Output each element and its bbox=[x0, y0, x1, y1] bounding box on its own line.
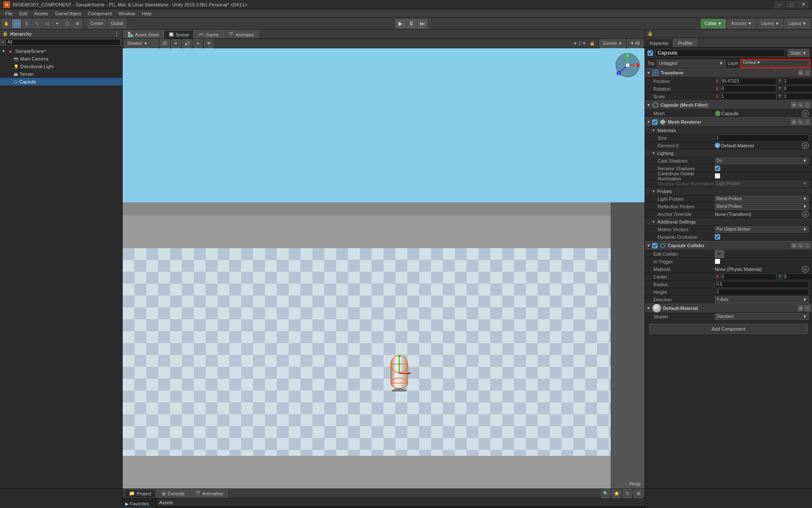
position-x-input[interactable] bbox=[720, 78, 776, 85]
tool-rotate[interactable]: ↻ bbox=[22, 19, 31, 28]
grid-view-button[interactable]: ⊞ bbox=[634, 489, 643, 498]
meshfilter-settings-button[interactable]: ⚙ bbox=[791, 102, 797, 108]
radius-input[interactable] bbox=[715, 281, 809, 288]
materials-size-input[interactable] bbox=[715, 135, 809, 141]
tab-animator[interactable]: 🎬 Animator bbox=[223, 30, 259, 39]
mesh-renderer-enabled-checkbox[interactable] bbox=[652, 119, 658, 125]
hierarchy-lock-icon[interactable]: 🔒 bbox=[3, 31, 8, 36]
scale-x-input[interactable] bbox=[720, 93, 776, 100]
close-button[interactable]: ✕ bbox=[798, 1, 809, 8]
collider-expand-button[interactable]: ⤡ bbox=[798, 243, 804, 248]
object-name-input[interactable] bbox=[656, 49, 785, 57]
hierarchy-item-capsule[interactable]: ⬡ Capsule bbox=[0, 78, 122, 86]
tab-scene[interactable]: 🔲 Scene bbox=[164, 30, 194, 39]
maximize-button[interactable]: □ bbox=[786, 1, 797, 8]
collider-settings-button[interactable]: ⚙ bbox=[791, 243, 797, 248]
collider-menu-button[interactable]: ⋮ bbox=[804, 243, 810, 248]
hierarchy-item-maincamera[interactable]: 📷 Main Camera bbox=[0, 55, 122, 63]
anchor-target-icon[interactable]: ◎ bbox=[802, 211, 809, 218]
tool-multi[interactable]: ✦ bbox=[52, 19, 62, 28]
scene-capsule-object[interactable] bbox=[387, 353, 412, 392]
edit-collider-button[interactable]: ✏ bbox=[715, 250, 724, 258]
hierarchy-item-directionallight[interactable]: 💡 Directional Light bbox=[0, 63, 122, 70]
cast-shadows-dropdown[interactable]: On ▼ bbox=[715, 157, 809, 164]
materials-section[interactable]: ▼ Materials bbox=[645, 127, 812, 134]
mesh-renderer-header[interactable]: ▼ Mesh Renderer ⚙ ⤡ ⋮ bbox=[645, 117, 812, 127]
scene-hidden-button[interactable]: 👁 bbox=[204, 39, 214, 48]
tab-project[interactable]: 📁 Project bbox=[124, 489, 156, 498]
collab-button[interactable]: Collab ▼ bbox=[701, 19, 726, 28]
menu-file[interactable]: File bbox=[2, 10, 16, 17]
shader-dropdown[interactable]: Standard ▼ bbox=[715, 313, 809, 320]
motion-vectors-dropdown[interactable]: Per Object Motion ▼ bbox=[715, 226, 809, 233]
meshrenderer-menu-button[interactable]: ⋮ bbox=[804, 119, 810, 125]
menu-component[interactable]: Component bbox=[84, 10, 115, 17]
view-all-dropdown[interactable]: ▼ All bbox=[627, 39, 643, 48]
hierarchy-item-terrain[interactable]: 🏔 Terrain bbox=[0, 70, 122, 78]
tool-scale[interactable]: ⤡ bbox=[32, 19, 41, 28]
hierarchy-search-input[interactable] bbox=[5, 39, 121, 46]
tool-extra[interactable]: ⊞ bbox=[73, 19, 82, 28]
rotation-x-input[interactable] bbox=[720, 86, 776, 92]
menu-window[interactable]: Window bbox=[115, 10, 138, 17]
tab-animation[interactable]: 🎬 Animation bbox=[190, 489, 228, 498]
object-active-checkbox[interactable] bbox=[647, 50, 653, 56]
coord-toggle[interactable]: Global bbox=[108, 19, 126, 28]
transform-settings-button[interactable]: ⚙ bbox=[798, 70, 804, 76]
layers-button[interactable]: Layers ▼ bbox=[757, 19, 783, 28]
scene-canvas[interactable]: X Y Z Persp bbox=[123, 48, 645, 489]
rotation-y-input[interactable] bbox=[783, 86, 812, 92]
hierarchy-item-samplescene[interactable]: ▼ 🔺 SampleScene* bbox=[0, 47, 122, 55]
material-menu-button[interactable]: ⋮ bbox=[804, 305, 810, 311]
pivot-toggle[interactable]: Center bbox=[88, 19, 106, 28]
mesh-filter-header[interactable]: ▼ Capsule (Mesh Filter) ⚙ ⤡ ⋮ bbox=[645, 100, 812, 110]
layout-button[interactable]: Layout ▼ bbox=[785, 19, 810, 28]
light-probes-dropdown[interactable]: Blend Probes ▼ bbox=[715, 196, 809, 202]
capsule-collider-header[interactable]: ▼ Capsule Collider ⚙ ⤡ ⋮ bbox=[645, 241, 812, 250]
contribute-gi-checkbox[interactable] bbox=[715, 173, 720, 179]
height-input[interactable] bbox=[715, 289, 809, 295]
is-trigger-checkbox[interactable] bbox=[715, 259, 720, 264]
favorite-button[interactable]: ⭐ bbox=[612, 489, 621, 498]
inspector-lock-icon[interactable]: 🔒 bbox=[647, 31, 653, 36]
reflection-probes-dropdown[interactable]: Blend Probes ▼ bbox=[715, 203, 809, 210]
default-material-header[interactable]: ▼ Default-Material ⚙ ⋮ bbox=[645, 304, 812, 313]
transform-menu-button[interactable]: ⋮ bbox=[804, 70, 810, 76]
scene-audio-button[interactable]: 🔊 bbox=[182, 39, 192, 48]
shading-dropdown[interactable]: Shaded▼ bbox=[124, 39, 158, 48]
hierarchy-menu-icon[interactable]: ⋮ bbox=[114, 30, 120, 37]
lighting-section[interactable]: ▼ Lighting bbox=[645, 149, 812, 157]
tab-game[interactable]: 🎮 Game bbox=[194, 30, 223, 39]
menu-help[interactable]: Help bbox=[138, 10, 155, 17]
scene-effects-button[interactable]: ✦ bbox=[193, 39, 203, 48]
receive-shadows-checkbox[interactable] bbox=[715, 166, 720, 171]
transform-component-header[interactable]: ▼ Transform ⚙ ⋮ bbox=[645, 68, 812, 77]
center-x-input[interactable] bbox=[720, 273, 776, 280]
hierarchy-add-icon[interactable]: + bbox=[2, 40, 4, 44]
menu-gameobject[interactable]: GameObject bbox=[52, 10, 85, 17]
tool-custom[interactable]: ⬡ bbox=[63, 19, 72, 28]
gizmos-dropdown[interactable]: Gizmos ▼ bbox=[600, 39, 625, 48]
receive-gi-dropdown[interactable]: Light Probes ▼ bbox=[715, 180, 809, 187]
refresh-button[interactable]: ↻ bbox=[623, 489, 632, 498]
scene-2d-button[interactable]: 2D bbox=[160, 39, 170, 48]
scale-y-input[interactable] bbox=[783, 93, 812, 100]
dynamic-occlusion-checkbox[interactable] bbox=[715, 234, 720, 240]
add-component-button[interactable]: Add Component bbox=[649, 324, 808, 334]
probes-section[interactable]: ▼ Probes bbox=[645, 188, 812, 195]
element0-target-icon[interactable]: ◎ bbox=[802, 142, 809, 149]
material-settings-button[interactable]: ⚙ bbox=[798, 305, 804, 311]
meshfilter-menu-button[interactable]: ⋮ bbox=[804, 102, 810, 108]
sidebar-favorites[interactable]: ▶ Favorites bbox=[123, 500, 155, 508]
tab-console[interactable]: 🖥 Console bbox=[156, 489, 189, 498]
minimize-button[interactable]: ─ bbox=[774, 1, 785, 8]
scene-axis-gizmo[interactable]: X Y Z bbox=[615, 52, 640, 78]
tab-inspector[interactable]: Inspector bbox=[645, 39, 673, 47]
tool-move[interactable]: ↔ bbox=[12, 19, 21, 28]
account-button[interactable]: Account ▼ bbox=[727, 19, 756, 28]
center-y-input[interactable] bbox=[783, 273, 812, 280]
play-button[interactable]: ▶ bbox=[395, 19, 406, 28]
additional-settings-section[interactable]: ▼ Additional Settings bbox=[645, 218, 812, 226]
tool-hand[interactable]: ✋ bbox=[2, 19, 11, 28]
position-y-input[interactable] bbox=[783, 78, 812, 85]
